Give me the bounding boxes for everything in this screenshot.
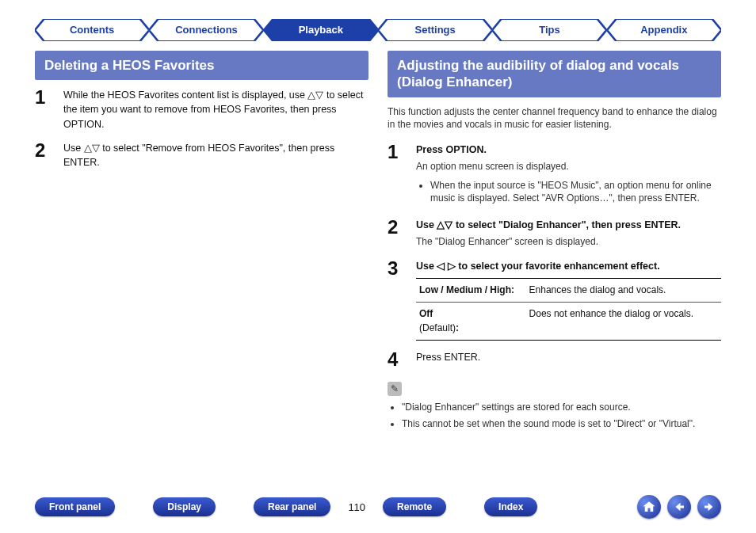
tab-playback[interactable]: Playback <box>264 19 378 41</box>
step-text: Use △▽ to select "Dialog Enhancer", then… <box>416 218 721 249</box>
page-number: 110 <box>348 501 365 513</box>
option-desc: Does not enhance the dialog or vocals. <box>526 303 721 341</box>
option-desc: Enhances the dialog and vocals. <box>526 278 721 302</box>
notes-block: ✎ "Dialog Enhancer" settings are stored … <box>388 379 721 431</box>
step-bullets: When the input source is "HEOS Music", a… <box>416 179 721 206</box>
step-number: 1 <box>35 88 52 131</box>
rear-panel-button[interactable]: Rear panel <box>254 497 330 516</box>
section-intro: This function adjusts the center channel… <box>388 105 721 132</box>
tab-settings[interactable]: Settings <box>378 19 492 41</box>
bottom-left-group: Front panel Display Rear panel <box>35 497 330 516</box>
home-icon[interactable] <box>637 495 661 519</box>
text-fragment: : <box>456 322 459 333</box>
top-nav-tabs: Contents Connections Playback Settings T… <box>0 0 756 41</box>
right-step-4: 4 Press ENTER. <box>388 350 721 369</box>
text-fragment: Press OPTION. <box>416 144 487 155</box>
step-text: Press OPTION. An option menu screen is d… <box>416 143 721 208</box>
text-fragment: to select "Dialog Enhancer", then press … <box>452 219 681 230</box>
section-heading-left: Deleting a HEOS Favorites <box>35 51 368 80</box>
table-row: Off (Default): Does not enhance the dial… <box>416 303 721 341</box>
nav-icon-group <box>637 495 721 519</box>
next-page-icon[interactable] <box>697 495 721 519</box>
step-text: Use △▽ to select "Remove from HEOS Favor… <box>63 141 368 169</box>
step-number: 4 <box>388 350 405 369</box>
text-fragment: to select "Remove from HEOS Favorites", … <box>63 143 334 168</box>
remote-button[interactable]: Remote <box>383 497 446 516</box>
right-step-2: 2 Use △▽ to select "Dialog Enhancer", th… <box>388 218 721 249</box>
step-text: Use ◁ ▷ to select your favorite enhancem… <box>416 259 721 341</box>
tab-contents[interactable]: Contents <box>35 19 149 41</box>
bottom-right-group: Remote Index <box>383 497 537 516</box>
bottom-bar: Front panel Display Rear panel 110 Remot… <box>35 495 721 519</box>
text-fragment: Off <box>419 308 433 319</box>
right-column: Adjusting the audibility of dialog and v… <box>388 51 721 434</box>
tab-connections[interactable]: Connections <box>149 19 263 41</box>
tab-appendix[interactable]: Appendix <box>607 19 721 41</box>
manual-page: Contents Connections Playback Settings T… <box>0 0 756 533</box>
tab-label: Connections <box>175 24 238 36</box>
step-text: While the HEOS Favorites content list is… <box>63 88 368 131</box>
index-button[interactable]: Index <box>484 497 537 516</box>
tab-label: Contents <box>70 24 114 36</box>
text-fragment: Use <box>416 219 437 230</box>
prev-page-icon[interactable] <box>667 495 691 519</box>
left-step-2: 2 Use △▽ to select "Remove from HEOS Fav… <box>35 141 368 169</box>
step-text: Press ENTER. <box>416 350 721 369</box>
left-step-1: 1 While the HEOS Favorites content list … <box>35 88 368 131</box>
updown-icon: △▽ <box>307 89 323 101</box>
text-fragment: Use <box>63 143 84 154</box>
step-subtext: An option menu screen is displayed. <box>416 160 721 173</box>
leftright-icon: ◁ ▷ <box>437 261 455 272</box>
tab-tips[interactable]: Tips <box>492 19 606 41</box>
step-number: 3 <box>388 259 405 341</box>
step-number: 1 <box>388 143 405 208</box>
option-label: Low / Medium / High: <box>416 278 526 302</box>
left-column: Deleting a HEOS Favorites 1 While the HE… <box>35 51 368 434</box>
options-table: Low / Medium / High: Enhances the dialog… <box>416 278 721 341</box>
right-step-1: 1 Press OPTION. An option menu screen is… <box>388 143 721 208</box>
tab-label: Appendix <box>640 24 687 36</box>
updown-icon: △▽ <box>437 219 452 230</box>
text-fragment: (Default) <box>419 322 456 333</box>
section-heading-right: Adjusting the audibility of dialog and v… <box>388 51 721 97</box>
content-columns: Deleting a HEOS Favorites 1 While the HE… <box>0 41 756 434</box>
tab-label: Settings <box>415 24 456 36</box>
right-step-3: 3 Use ◁ ▷ to select your favorite enhanc… <box>388 259 721 341</box>
text-fragment: While the HEOS Favorites content list is… <box>63 89 307 101</box>
display-button[interactable]: Display <box>153 497 216 516</box>
notes-list: "Dialog Enhancer" settings are stored fo… <box>388 401 721 431</box>
table-row: Low / Medium / High: Enhances the dialog… <box>416 278 721 302</box>
pencil-icon: ✎ <box>388 382 402 396</box>
option-label: Off (Default): <box>416 303 526 341</box>
text-fragment: Use <box>416 261 437 272</box>
bullet-item: When the input source is "HEOS Music", a… <box>430 179 721 206</box>
updown-icon: △▽ <box>84 143 100 154</box>
tab-label: Tips <box>539 24 560 36</box>
bullet-item: "Dialog Enhancer" settings are stored fo… <box>402 401 721 414</box>
step-subtext: The "Dialog Enhancer" screen is displaye… <box>416 235 721 249</box>
step-number: 2 <box>35 141 52 169</box>
text-fragment: to select your favorite enhancement effe… <box>456 261 660 272</box>
tab-label: Playback <box>299 24 343 36</box>
bullet-item: This cannot be set when the sound mode i… <box>402 417 721 431</box>
step-number: 2 <box>388 218 405 249</box>
front-panel-button[interactable]: Front panel <box>35 497 115 516</box>
